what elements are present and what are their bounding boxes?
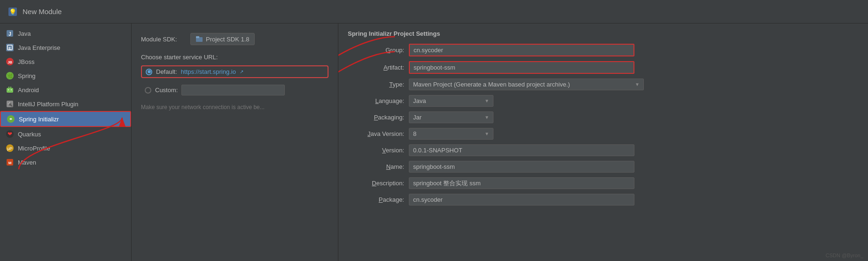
watermark: CSDN @Byron_	[826, 253, 863, 258]
svg-text:E: E	[8, 46, 11, 50]
default-label: Default:	[156, 68, 177, 75]
svg-text:🔌: 🔌	[8, 102, 13, 107]
sidebar-item-label: Java	[18, 30, 31, 37]
svg-point-14	[8, 89, 9, 90]
artifact-label: Artifact:	[348, 64, 404, 71]
sidebar-item-label: JBoss	[18, 58, 34, 65]
svg-text:μP: μP	[7, 146, 12, 151]
quarkus-icon: ❤	[6, 130, 14, 138]
java-version-label: Java Version:	[348, 130, 404, 137]
description-input[interactable]	[409, 177, 634, 189]
svg-rect-26	[196, 36, 199, 38]
sidebar-item-label: Quarkus	[18, 131, 41, 138]
sidebar-item-android[interactable]: Android	[0, 83, 131, 97]
packaging-value: Jar	[413, 114, 422, 121]
maven-icon: M	[6, 158, 14, 166]
form-row-type: Type: Maven Project (Generate a Maven ba…	[348, 79, 859, 90]
form-row-artifact: Artifact:	[348, 61, 859, 74]
sidebar-item-intellij-plugin[interactable]: 🔌 IntelliJ Platform Plugin	[0, 97, 131, 111]
sidebar-item-microprofile[interactable]: μP MicroProfile	[0, 141, 131, 155]
svg-text:JB: JB	[8, 60, 12, 64]
java-icon: J	[6, 29, 14, 38]
sidebar-item-label: Maven	[18, 159, 36, 166]
language-dropdown-arrow: ▼	[485, 98, 489, 103]
language-select[interactable]: Java ▼	[409, 95, 493, 107]
sidebar-item-label: MicroProfile	[18, 145, 50, 152]
android-icon	[6, 86, 14, 94]
sidebar-item-spring[interactable]: 🌿 Spring	[0, 69, 131, 83]
svg-point-15	[11, 89, 12, 90]
sidebar-item-quarkus[interactable]: ❤ Quarkus	[0, 127, 131, 141]
module-sdk-label: Module SDK:	[141, 36, 186, 43]
sidebar-item-label: Spring	[18, 72, 36, 79]
jboss-icon: JB	[6, 57, 14, 66]
module-sdk-row: Module SDK: Project SDK 1.8	[141, 33, 328, 45]
form-row-version: Version:	[348, 144, 859, 156]
sdk-folder-icon	[195, 35, 203, 43]
sidebar-item-label: IntelliJ Platform Plugin	[18, 101, 78, 108]
artifact-input[interactable]	[409, 61, 634, 74]
dialog-icon: 💡	[8, 7, 18, 17]
form-row-java-version: Java Version: 8 ▼	[348, 128, 859, 140]
form-row-group: Group:	[348, 44, 859, 56]
packaging-select[interactable]: Jar ▼	[409, 111, 493, 123]
packaging-dropdown-arrow: ▼	[485, 115, 489, 120]
type-dropdown-arrow: ▼	[635, 82, 640, 87]
package-label: Package:	[348, 196, 404, 203]
new-module-dialog: 💡 New Module J Java	[0, 0, 868, 261]
right-panel: Spring Initializr Project Settings Group…	[338, 24, 868, 261]
spring-icon: 🌿	[6, 71, 14, 80]
type-value: Maven Project (Generate a Maven based pr…	[413, 81, 570, 88]
java-version-select[interactable]: 8 ▼	[409, 128, 493, 140]
sidebar-item-jboss[interactable]: JB JBoss	[0, 55, 131, 69]
right-panel-title: Spring Initializr Project Settings	[348, 30, 859, 37]
svg-text:💡: 💡	[9, 8, 17, 16]
default-url-link[interactable]: https://start.spring.io	[181, 68, 236, 75]
sidebar-item-java-enterprise[interactable]: E Java Enterprise	[0, 40, 131, 55]
svg-rect-13	[10, 87, 11, 88]
sidebar-item-label: Android	[18, 87, 39, 94]
group-input[interactable]	[409, 44, 634, 56]
java-version-dropdown-arrow: ▼	[485, 131, 489, 136]
language-label: Language:	[348, 97, 404, 104]
module-sdk-dropdown[interactable]: Project SDK 1.8	[190, 33, 255, 45]
center-panel: Module SDK: Project SDK 1.8 Choose start…	[132, 24, 338, 261]
svg-rect-11	[7, 88, 13, 93]
language-value: Java	[413, 97, 426, 104]
default-radio[interactable]	[146, 69, 152, 75]
form-row-description: Description:	[348, 177, 859, 189]
custom-url-input[interactable]: https://start.aliyun.com	[181, 85, 285, 95]
external-link-icon: ↗	[240, 69, 243, 74]
starter-url-label: Choose starter service URL:	[141, 54, 328, 61]
sidebar-item-java[interactable]: J Java	[0, 26, 131, 40]
svg-rect-12	[8, 87, 9, 88]
sidebar-item-maven[interactable]: M Maven	[0, 155, 131, 169]
java-enterprise-icon: E	[6, 43, 14, 52]
svg-text:J: J	[8, 32, 11, 37]
name-input[interactable]	[409, 161, 634, 173]
version-label: Version:	[348, 147, 404, 154]
content-area: J Java E Java Enterprise	[0, 24, 868, 261]
title-bar: 💡 New Module	[0, 0, 868, 24]
version-input[interactable]	[409, 144, 634, 156]
sidebar: J Java E Java Enterprise	[0, 24, 132, 261]
sidebar-item-spring-initializr[interactable]: Spring Initializr	[0, 111, 131, 127]
starter-url-section: Choose starter service URL: Default: htt…	[141, 52, 328, 111]
form-row-language: Language: Java ▼	[348, 95, 859, 107]
package-input[interactable]	[409, 194, 634, 206]
arrows-overlay	[338, 24, 868, 261]
svg-text:❤: ❤	[8, 131, 12, 137]
sidebar-item-label: Spring Initializr	[19, 116, 59, 123]
custom-label: Custom:	[155, 87, 178, 94]
name-label: Name:	[348, 163, 404, 170]
group-label: Group:	[348, 47, 404, 54]
packaging-label: Packaging:	[348, 114, 404, 121]
custom-radio[interactable]	[145, 87, 151, 94]
custom-url-option[interactable]: Custom: https://start.aliyun.com	[141, 82, 328, 98]
default-url-option[interactable]: Default: https://start.spring.io ↗	[141, 65, 328, 78]
hint-text: Make sure your network connection is act…	[141, 104, 328, 111]
sidebar-item-label: Java Enterprise	[18, 44, 60, 51]
description-label: Description:	[348, 180, 404, 187]
type-select[interactable]: Maven Project (Generate a Maven based pr…	[409, 79, 644, 90]
sdk-value: Project SDK 1.8	[206, 36, 250, 43]
